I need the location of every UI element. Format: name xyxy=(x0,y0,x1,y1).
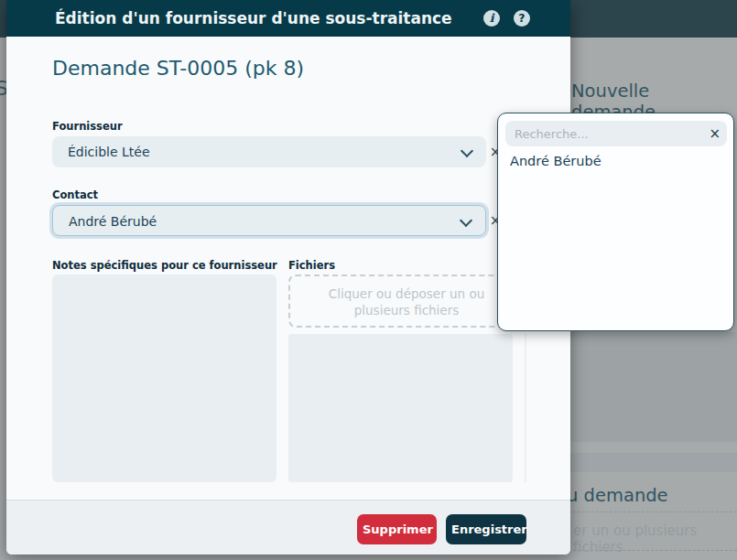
background-section-heading-fragment: u demande xyxy=(567,485,668,506)
request-heading: Demande ST-0005 (pk 8) xyxy=(52,57,304,80)
fournisseur-value: Édicible Ltée xyxy=(68,136,150,167)
contact-value: André Bérubé xyxy=(69,206,157,237)
contact-dropdown-popup: × André Bérubé xyxy=(497,113,734,331)
info-icon[interactable]: i xyxy=(483,10,500,27)
chevron-down-icon xyxy=(460,214,472,227)
fichiers-label: Fichiers xyxy=(288,259,335,272)
contact-label: Contact xyxy=(52,188,98,201)
search-input[interactable] xyxy=(505,121,727,146)
column-divider xyxy=(525,334,526,482)
modal-footer: Supprimer Enregistrer xyxy=(6,500,570,555)
chevron-down-icon xyxy=(461,145,473,157)
contact-select[interactable]: André Bérubé xyxy=(52,205,486,236)
notes-textarea[interactable] xyxy=(52,275,276,482)
save-button[interactable]: Enregistrer xyxy=(446,514,526,544)
notes-label: Notes spécifiques pour ce fournisseur xyxy=(52,259,277,272)
dropdown-option[interactable]: André Bérubé xyxy=(510,154,602,168)
close-icon[interactable]: × xyxy=(709,121,721,146)
help-icon[interactable]: ? xyxy=(514,10,530,27)
edit-supplier-modal: Édition d'un fournisseur d'une sous-trai… xyxy=(6,0,570,555)
delete-button[interactable]: Supprimer xyxy=(357,514,437,544)
screen: S Nouvelle demande u demande er un ou pl… xyxy=(0,0,737,560)
fournisseur-select[interactable]: Édicible Ltée xyxy=(52,136,486,167)
modal-title: Édition d'un fournisseur d'une sous-trai… xyxy=(55,0,452,37)
files-list-box xyxy=(288,334,513,482)
fournisseur-label: Fournisseur xyxy=(52,120,123,133)
modal-header: Édition d'un fournisseur d'une sous-trai… xyxy=(6,0,570,37)
files-dropzone[interactable]: Cliquer ou déposer un ou plusieurs fichi… xyxy=(288,275,525,328)
